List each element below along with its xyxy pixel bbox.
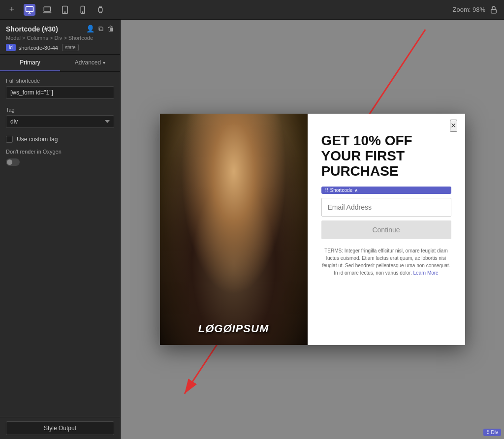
state-badge: state <box>62 44 79 51</box>
shortcode-badge-label: Shortcode <box>330 188 353 193</box>
sidebar-content: Full shortcode Tag div Use custom tag Do… <box>0 72 120 417</box>
watch-icon[interactable] <box>94 4 106 16</box>
laptop-icon[interactable] <box>41 4 53 16</box>
id-badge-label: id <box>9 45 13 50</box>
delete-icon[interactable]: 🗑 <box>107 25 114 33</box>
advanced-tab-icon: ▾ <box>103 60 105 65</box>
svg-rect-0 <box>26 6 33 12</box>
toggle-knob <box>7 159 12 165</box>
desktop-icon[interactable] <box>24 4 35 16</box>
id-code: shortcode-30-44 <box>19 45 58 51</box>
id-row: id shortcode-30-44 state <box>6 44 114 51</box>
main-layout: Shortcode (#30) 👤 ⧉ 🗑 Modal > Columns > … <box>0 20 504 439</box>
svg-point-3 <box>64 11 65 12</box>
tab-advanced[interactable]: Advanced ▾ <box>60 55 120 71</box>
id-badge: id <box>6 44 16 51</box>
advanced-tab-label: Advanced <box>75 59 101 66</box>
lock-icon[interactable] <box>489 5 498 14</box>
logo-overlay: LØGØIPSUM <box>160 322 308 335</box>
full-shortcode-label: Full shortcode <box>6 78 114 84</box>
shortcode-badge[interactable]: ⠿ Shortcode ∧ <box>321 187 451 194</box>
sidebar-footer: Style Output <box>0 417 120 439</box>
dont-render-label: Don't render in Oxygen <box>6 149 114 155</box>
use-custom-tag-label: Use custom tag <box>17 136 58 143</box>
sidebar-title-icons: 👤 ⧉ 🗑 <box>86 25 114 33</box>
shortcode-badge-caret: ∧ <box>354 188 358 193</box>
sidebar-header: Shortcode (#30) 👤 ⧉ 🗑 Modal > Columns > … <box>0 20 120 55</box>
modal-right: × GET 10% OFF YOUR FIRST PURCHASE ⠿ Shor… <box>308 114 465 345</box>
full-shortcode-group: Full shortcode <box>6 78 114 99</box>
copy-icon[interactable]: ⧉ <box>98 25 103 33</box>
top-toolbar: + Zoom: 98% <box>0 0 504 20</box>
logo-text: LØGØIPSUM <box>198 322 269 335</box>
tablet-icon[interactable] <box>59 4 71 16</box>
use-custom-tag-checkbox[interactable] <box>6 136 13 143</box>
style-output-button[interactable]: Style Output <box>6 421 114 435</box>
breadcrumb: Modal > Columns > Div > Shortcode <box>6 35 114 41</box>
tag-select[interactable]: div <box>6 115 114 128</box>
svg-rect-1 <box>44 7 51 11</box>
sidebar: Shortcode (#30) 👤 ⧉ 🗑 Modal > Columns > … <box>0 20 121 439</box>
div-badge[interactable]: ⠿ Div <box>483 429 501 436</box>
modal-left: LØGØIPSUM <box>160 114 308 345</box>
email-input[interactable] <box>321 198 451 217</box>
full-shortcode-input[interactable] <box>6 86 114 99</box>
terms-text: TERMS: Integer fringilla efficitur nisl,… <box>321 247 451 277</box>
svg-point-5 <box>82 11 83 12</box>
toolbar-right: Zoom: 98% <box>453 5 498 14</box>
sidebar-tabs: Primary Advanced ▾ <box>0 55 120 72</box>
phone-icon[interactable] <box>77 4 89 16</box>
zoom-label: Zoom: 98% <box>453 6 485 13</box>
modal-container: LØGØIPSUM × GET 10% OFF YOUR FIRST PURCH… <box>160 114 465 345</box>
canvas-area: LØGØIPSUM × GET 10% OFF YOUR FIRST PURCH… <box>121 20 504 439</box>
svg-rect-6 <box>98 7 102 12</box>
sidebar-title: Shortcode (#30) <box>6 25 58 33</box>
headline-line2: YOUR FIRST PURCHASE <box>321 148 405 179</box>
user-icon[interactable]: 👤 <box>86 25 94 33</box>
use-custom-tag-row: Use custom tag <box>6 136 114 143</box>
svg-rect-7 <box>491 9 497 13</box>
modal-headline: GET 10% OFF YOUR FIRST PURCHASE <box>321 133 451 179</box>
div-badge-label: ⠿ Div <box>486 430 498 435</box>
headline-line1: GET 10% OFF <box>321 133 412 148</box>
toolbar-left: + <box>6 4 106 16</box>
learn-more-link[interactable]: Learn More <box>413 270 439 276</box>
add-icon[interactable]: + <box>6 4 18 16</box>
shortcode-badge-dots: ⠿ <box>325 188 328 193</box>
modal-close-button[interactable]: × <box>450 120 457 132</box>
continue-button[interactable]: Continue <box>321 220 451 239</box>
tab-primary[interactable]: Primary <box>0 55 60 71</box>
tag-label: Tag <box>6 107 114 113</box>
tag-group: Tag div <box>6 107 114 128</box>
dont-render-toggle[interactable] <box>6 158 20 166</box>
